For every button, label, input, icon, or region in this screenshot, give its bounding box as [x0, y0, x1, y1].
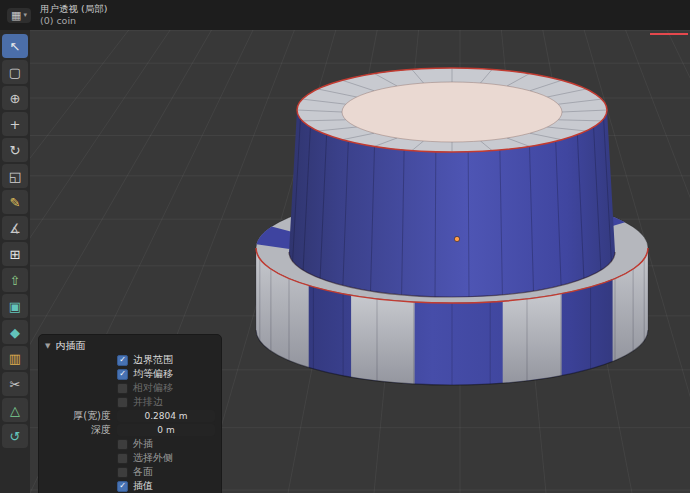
operator-panel-rows: ✓边界范围✓均等偏移相对偏移并排边厚(宽)度0.2804 m深度0 m外插选择外… — [45, 353, 215, 493]
loop-cut-icon: ▥ — [9, 352, 21, 365]
panel-row-individual: 各面 — [45, 465, 215, 479]
editor-type-button[interactable]: ▦▾ — [7, 8, 31, 23]
tool-knife-button[interactable]: ✂ — [2, 372, 28, 396]
tool-add-cube-button[interactable]: ⊞ — [2, 242, 28, 266]
panel-ctrl-depth: 0 m — [117, 424, 215, 436]
panel-row-depth: 深度0 m — [45, 423, 215, 437]
panel-ctrl-interpolate: ✓插值 — [117, 479, 215, 493]
checkbox-offset_relative[interactable] — [117, 383, 128, 394]
checkbox-label-edge_rail: 并排边 — [133, 395, 163, 409]
panel-row-offset_even: ✓均等偏移 — [45, 367, 215, 381]
viewport-grid-icon: ▦ — [11, 10, 21, 21]
checkbox-label-individual: 各面 — [133, 465, 153, 479]
checkbox-label-offset_relative: 相对偏移 — [133, 381, 173, 395]
panel-ctrl-offset_even: ✓均等偏移 — [117, 367, 215, 381]
checkbox-label-interpolate: 插值 — [133, 479, 153, 493]
field-label-depth: 深度 — [45, 423, 117, 437]
active-object-label: (0) coin — [40, 15, 107, 27]
tweak-icon: ↖ — [10, 40, 21, 53]
field-thickness[interactable]: 0.2804 m — [117, 410, 215, 422]
panel-row-thickness: 厚(宽)度0.2804 m — [45, 409, 215, 423]
panel-row-edge_rail: 并排边 — [45, 395, 215, 409]
tool-inset-faces-button[interactable]: ▣ — [2, 294, 28, 318]
viewport-info-overlay: 用户透视 (局部) (0) coin — [40, 3, 107, 27]
checkbox-outset[interactable] — [117, 439, 128, 450]
toolbar: ↖▢⊕+↻◱✎∡⊞⇧▣◆▥✂△↺ — [0, 30, 30, 493]
tool-loop-cut-button[interactable]: ▥ — [2, 346, 28, 370]
view-name-label: 用户透视 (局部) — [40, 3, 107, 15]
checkbox-label-offset_even: 均等偏移 — [133, 367, 173, 381]
measure-icon: ∡ — [9, 222, 21, 235]
tool-bevel-button[interactable]: ◆ — [2, 320, 28, 344]
tool-measure-button[interactable]: ∡ — [2, 216, 28, 240]
checkbox-boundary[interactable]: ✓ — [117, 355, 128, 366]
checkbox-label-select_outer: 选择外侧 — [133, 451, 173, 465]
spin-icon: ↺ — [10, 430, 21, 443]
collapse-caret-icon: ▼ — [45, 342, 50, 350]
inset-face — [342, 82, 562, 142]
operator-panel: ▼ 内插面 ✓边界范围✓均等偏移相对偏移并排边厚(宽)度0.2804 m深度0 … — [38, 334, 222, 493]
panel-row-select_outer: 选择外侧 — [45, 451, 215, 465]
checkbox-offset_even[interactable]: ✓ — [117, 369, 128, 380]
panel-ctrl-select_outer: 选择外侧 — [117, 451, 215, 465]
tool-poly-build-button[interactable]: △ — [2, 398, 28, 422]
panel-row-offset_relative: 相对偏移 — [45, 381, 215, 395]
tool-scale-button[interactable]: ◱ — [2, 164, 28, 188]
panel-ctrl-offset_relative: 相对偏移 — [117, 381, 215, 395]
scale-icon: ◱ — [9, 170, 21, 183]
panel-ctrl-boundary: ✓边界范围 — [117, 353, 215, 367]
panel-ctrl-thickness: 0.2804 m — [117, 410, 215, 422]
tool-tweak-button[interactable]: ↖ — [2, 34, 28, 58]
tool-move-button[interactable]: + — [2, 112, 28, 136]
panel-row-boundary: ✓边界范围 — [45, 353, 215, 367]
add-cube-icon: ⊞ — [10, 248, 21, 261]
panel-ctrl-outset: 外插 — [117, 437, 215, 451]
tool-cursor-button[interactable]: ⊕ — [2, 86, 28, 110]
viewport-header: ▦▾ 用户透视 (局部) (0) coin — [0, 0, 690, 30]
origin-dot — [454, 236, 459, 241]
rotate-icon: ↻ — [10, 144, 21, 157]
checkbox-select_outer[interactable] — [117, 453, 128, 464]
checkbox-label-boundary: 边界范围 — [133, 353, 173, 367]
extrude-region-icon: ⇧ — [10, 274, 21, 287]
checkbox-individual[interactable] — [117, 467, 128, 478]
tool-rotate-button[interactable]: ↻ — [2, 138, 28, 162]
annotate-icon: ✎ — [10, 196, 21, 209]
panel-ctrl-individual: 各面 — [117, 465, 215, 479]
checkbox-edge_rail[interactable] — [117, 397, 128, 408]
move-icon: + — [10, 118, 21, 131]
cursor-icon: ⊕ — [10, 92, 21, 105]
chevron-down-icon: ▾ — [23, 12, 27, 19]
poly-build-icon: △ — [10, 404, 20, 417]
inset-faces-icon: ▣ — [9, 300, 21, 313]
tool-select-box-button[interactable]: ▢ — [2, 60, 28, 84]
panel-row-outset: 外插 — [45, 437, 215, 451]
panel-row-interpolate: ✓插值 — [45, 479, 215, 493]
tool-extrude-region-button[interactable]: ⇧ — [2, 268, 28, 292]
field-label-thickness: 厚(宽)度 — [45, 409, 117, 423]
operator-panel-title: 内插面 — [55, 339, 85, 353]
panel-ctrl-edge_rail: 并排边 — [117, 395, 215, 409]
checkbox-interpolate[interactable]: ✓ — [117, 481, 128, 492]
field-value-depth: 0 m — [157, 425, 174, 435]
select-box-icon: ▢ — [9, 66, 21, 79]
tool-annotate-button[interactable]: ✎ — [2, 190, 28, 214]
bevel-icon: ◆ — [10, 326, 20, 339]
tool-spin-button[interactable]: ↺ — [2, 424, 28, 448]
knife-icon: ✂ — [10, 378, 21, 391]
field-depth[interactable]: 0 m — [117, 424, 215, 436]
checkbox-label-outset: 外插 — [133, 437, 153, 451]
field-value-thickness: 0.2804 m — [144, 411, 187, 421]
operator-panel-header[interactable]: ▼ 内插面 — [45, 338, 215, 353]
